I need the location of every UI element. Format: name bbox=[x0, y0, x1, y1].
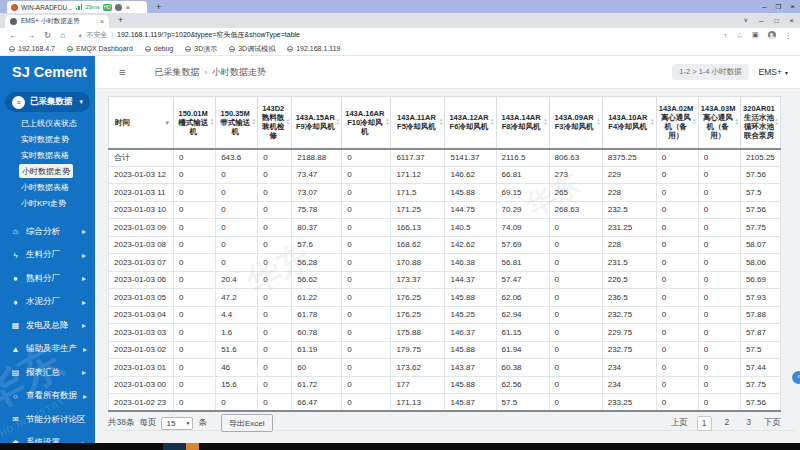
security-badge[interactable]: ▲不安全 bbox=[77, 30, 107, 40]
taskbar-app-icon[interactable] bbox=[163, 443, 186, 450]
cell-value: 20.4 bbox=[216, 271, 258, 289]
table-row: 2023-01-03 02051.6061.190179.75145.8861.… bbox=[109, 341, 781, 359]
bookmark-item[interactable]: 192.168.1.119 bbox=[287, 45, 340, 52]
sidebar-group[interactable]: ▦发电及总降▸ bbox=[0, 314, 95, 338]
bookmark-item[interactable]: 3D调试模拟 bbox=[229, 44, 275, 54]
page-button[interactable]: 2 bbox=[721, 416, 734, 431]
col-header[interactable]: 143A.16ARF10冷却风机▲▼ bbox=[342, 97, 391, 149]
sidebar-group[interactable]: ▤报表汇总▸ bbox=[0, 361, 95, 385]
remote-tab[interactable]: WIN-ARADFDU... 29ms HD × bbox=[7, 1, 147, 13]
cell-time: 2023-01-03 12 bbox=[109, 166, 174, 184]
page-button[interactable]: 3 bbox=[742, 416, 755, 431]
sidebar-subitem[interactable]: 实时数据表格 bbox=[0, 147, 95, 163]
sidebar-subitem[interactable]: 实时数据走势 bbox=[0, 131, 95, 147]
table-row: 2023-01-03 1000075.780171.25144.7570.292… bbox=[109, 201, 781, 219]
col-header[interactable]: 143A.12ARF6冷却风机▲▼ bbox=[445, 97, 496, 149]
sidebar-group[interactable]: ♦水泥分厂▸ bbox=[0, 291, 95, 315]
sidebar-group[interactable]: ✉节能分析讨论区 bbox=[0, 408, 95, 432]
collapse-panel-button[interactable]: ‹ bbox=[792, 371, 800, 384]
profile-avatar[interactable] bbox=[768, 31, 776, 39]
col-header-time[interactable]: 时间▼ bbox=[109, 97, 174, 149]
sort-icon[interactable]: ▲▼ bbox=[336, 118, 340, 126]
tab-close-icon[interactable]: × bbox=[100, 18, 104, 25]
bookmark-item[interactable]: EMQX Dashboard bbox=[67, 45, 133, 52]
share-icon[interactable]: ↑ bbox=[723, 31, 727, 40]
bookmark-item[interactable]: 3D演示 bbox=[185, 44, 217, 54]
sort-icon[interactable]: ▲▼ bbox=[543, 118, 547, 126]
sort-icon[interactable]: ▲▼ bbox=[210, 118, 214, 126]
breadcrumb-parent[interactable]: 已采集数据 bbox=[154, 66, 199, 79]
menu-toggle-icon[interactable]: ≡ bbox=[119, 66, 125, 78]
cell-value: 166.13 bbox=[391, 219, 445, 237]
sidebar-group-collected-data[interactable]: ≡ 已采集数据 ▾ bbox=[5, 92, 90, 112]
cell-value: 0 bbox=[258, 289, 292, 307]
window-minimize-button[interactable]: – bbox=[759, 13, 763, 28]
col-header[interactable]: 143A.10ARF4冷却风机▲▼ bbox=[602, 97, 656, 149]
window-restore-button[interactable]: □ bbox=[774, 13, 778, 28]
col-header[interactable]: 143A.14ARF8冷却风机▲▼ bbox=[496, 97, 549, 149]
remote-tab-close-icon[interactable]: × bbox=[126, 4, 130, 11]
cell-value: 0 bbox=[549, 271, 602, 289]
time-range-chip[interactable]: 1-2 > 1-4 小时数据 bbox=[672, 64, 748, 80]
page-button[interactable]: 1 bbox=[697, 416, 712, 431]
sidebar-group[interactable]: ○查看所有数据▸ bbox=[0, 385, 95, 409]
bookmark-item[interactable]: 192.168.4.7 bbox=[9, 45, 55, 52]
col-header[interactable]: 143A.09ARF3冷却风机▲▼ bbox=[549, 97, 602, 149]
sidebar-group[interactable]: ▲辅助及非生产▸ bbox=[0, 338, 95, 362]
sidebar-group[interactable]: ✱系统设置▸ bbox=[0, 432, 95, 444]
taskbar-app-icon[interactable] bbox=[186, 443, 199, 450]
browser-tab[interactable]: EMS+ 小时数据走势 × bbox=[5, 15, 109, 28]
prev-page-button[interactable]: 上页 bbox=[671, 417, 688, 429]
col-header[interactable]: 320AR01生活水池循环水池联合泵房▲▼ bbox=[740, 97, 780, 149]
next-page-button[interactable]: 下页 bbox=[764, 417, 781, 429]
url-text[interactable]: |192.168.1.119/?p=1020&typee=窑头低压&showTy… bbox=[111, 30, 300, 40]
sidebar-subitem[interactable]: 小时KPI走势 bbox=[0, 195, 95, 211]
window-close-button[interactable]: × bbox=[789, 13, 794, 28]
sidebar-subitem[interactable]: 小时数据走势 bbox=[19, 163, 95, 179]
remote-close-button[interactable]: × bbox=[790, 0, 795, 13]
hd-quality-icon[interactable]: HD bbox=[103, 4, 112, 11]
remote-minimize-button[interactable]: – bbox=[762, 0, 766, 13]
reload-button[interactable]: ↻ bbox=[44, 30, 51, 40]
sidebar-group[interactable]: ●熟料分厂▸ bbox=[0, 267, 95, 291]
camera-icon[interactable] bbox=[115, 4, 122, 11]
sort-icon[interactable]: ▲▼ bbox=[439, 118, 443, 126]
tab-search-chevron-icon[interactable]: ∨ bbox=[744, 13, 748, 28]
col-header[interactable]: 143A.11ARF5冷却风机▲▼ bbox=[391, 97, 445, 149]
sort-icon[interactable]: ▲▼ bbox=[692, 118, 696, 126]
cell-value: 146.38 bbox=[445, 254, 496, 272]
back-button[interactable]: ← bbox=[9, 30, 18, 40]
side-panel-icon[interactable]: ▣ bbox=[752, 31, 759, 39]
home-button[interactable]: ⌂ bbox=[60, 30, 65, 40]
sidebar-group[interactable]: ⌂综合分析▸ bbox=[0, 220, 95, 244]
user-menu[interactable]: EMS+▾ bbox=[759, 67, 788, 77]
bookmark-item[interactable]: debug bbox=[145, 45, 173, 52]
sort-icon[interactable]: ▲▼ bbox=[650, 118, 654, 126]
col-header[interactable]: 143A.02M离心通风机（备用）▲▼ bbox=[656, 97, 698, 149]
sort-icon[interactable]: ▲▼ bbox=[775, 118, 779, 126]
cell-value: 0 bbox=[258, 306, 292, 324]
col-header[interactable]: 143A.15ARF9冷却风机▲▼ bbox=[292, 97, 342, 149]
col-header[interactable]: 143D2熟料散装机检修▲▼ bbox=[258, 97, 292, 149]
page-size-select[interactable]: 15▼ bbox=[161, 417, 193, 430]
export-excel-button[interactable]: 导出Excel bbox=[221, 414, 273, 432]
sidebar-subitem[interactable]: 已上线仪表状态 bbox=[0, 115, 95, 131]
sidebar-subitem[interactable]: 小时数据表格 bbox=[0, 179, 95, 195]
remote-restore-button[interactable]: ❐ bbox=[776, 0, 782, 13]
new-tab-button[interactable]: + bbox=[118, 15, 123, 25]
sort-icon[interactable]: ▲▼ bbox=[385, 118, 389, 126]
sort-icon[interactable]: ▲▼ bbox=[734, 118, 738, 126]
sort-icon[interactable]: ▲▼ bbox=[252, 118, 256, 126]
sort-icon[interactable]: ▲▼ bbox=[596, 118, 600, 126]
remote-new-tab-button[interactable]: + bbox=[156, 2, 161, 12]
sort-icon[interactable]: ▲▼ bbox=[490, 118, 494, 126]
col-header[interactable]: 150.35M带式输送机▲▼ bbox=[216, 97, 258, 149]
sidebar-group[interactable]: ϟ生料分厂▸ bbox=[0, 244, 95, 268]
col-header[interactable]: 150.01M槽式输送机▲▼ bbox=[174, 97, 216, 149]
browser-menu-icon[interactable]: ⋮ bbox=[785, 31, 793, 40]
col-header[interactable]: 143A.03M离心通风机（备用）▲▼ bbox=[698, 97, 740, 149]
sort-icon[interactable]: ▲▼ bbox=[286, 118, 290, 126]
forward-button[interactable]: → bbox=[27, 30, 36, 40]
bookmark-star-icon[interactable]: ☆ bbox=[736, 31, 743, 40]
filter-caret-icon[interactable]: ▼ bbox=[164, 119, 170, 128]
